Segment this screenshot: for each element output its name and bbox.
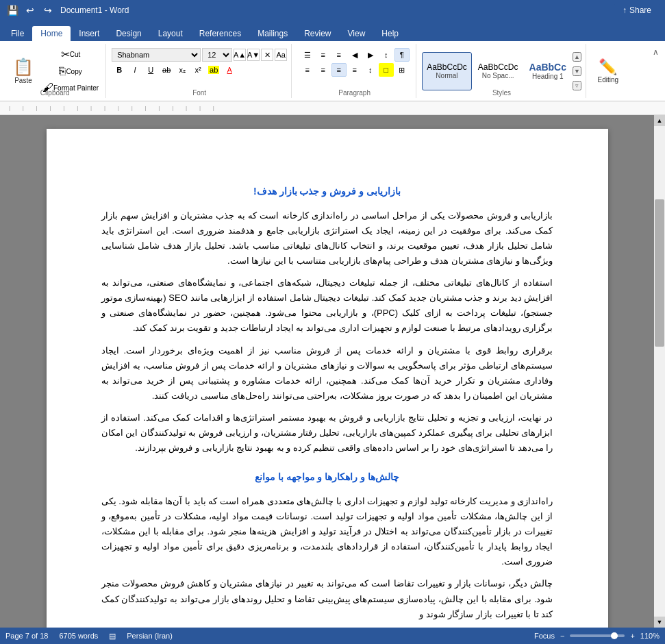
editing-icon: ✏️: [599, 58, 617, 76]
heading-1: بازاریابی و فروش و جذب بازار هدف!: [101, 184, 553, 200]
tab-design[interactable]: Design: [108, 26, 149, 41]
subscript-button[interactable]: x₂: [175, 63, 190, 77]
tab-home[interactable]: Home: [32, 26, 71, 41]
document-page: بازاریابی و فروش و جذب بازار هدف! بازاری…: [47, 129, 608, 628]
style-no-spacing-preview: AaBbCcDc: [478, 62, 518, 72]
language-item[interactable]: Persian (Iran): [127, 632, 173, 640]
align-left-button[interactable]: ≡: [300, 63, 315, 77]
style-no-spacing[interactable]: AaBbCcDc No Spac...: [473, 52, 523, 90]
para-top-row: ☰ ≡ ≡ ◀ ▶ ↕ ¶: [300, 48, 410, 62]
ribbon-top-bar: 💾 ↩ ↪ Document1 - Word ↑ Share: [0, 0, 665, 21]
paragraph-group-label: Paragraph: [338, 89, 371, 97]
styles-more[interactable]: ▿: [573, 81, 581, 90]
multilevel-list-button[interactable]: ≡: [331, 48, 347, 62]
editing-label: Editing: [598, 76, 619, 84]
font-name-row: Shabnam 12 A▲ A▼ ✕ Aa: [112, 48, 287, 62]
tab-review[interactable]: Review: [296, 26, 339, 41]
paste-button[interactable]: 📋 Paste: [8, 51, 38, 92]
ribbon-body: 📋 Paste ✂ Cut ⎘ Copy 🖌 Format Painter Cl…: [0, 41, 665, 101]
copy-button[interactable]: ⎘ Copy: [40, 64, 101, 79]
word-count-label: 6705 words: [59, 632, 98, 640]
zoom-out-icon: −: [560, 632, 564, 640]
paragraph-group: ☰ ≡ ≡ ◀ ▶ ↕ ¶ ≡ ≡ ≡ ≡ ↕ □ ⊞ Paragraph: [293, 44, 416, 98]
cut-icon: ✂: [61, 48, 70, 61]
focus-button[interactable]: Focus: [534, 632, 555, 640]
bold-button[interactable]: B: [112, 63, 127, 77]
change-case-button[interactable]: Aa: [275, 49, 287, 61]
zoom-level: 110%: [640, 632, 660, 640]
tab-help[interactable]: Help: [373, 26, 407, 41]
strikethrough-button[interactable]: ab: [159, 63, 174, 77]
language-label: Persian (Iran): [127, 632, 173, 640]
undo-quick-button[interactable]: ↩: [23, 3, 37, 17]
redo-quick-button[interactable]: ↪: [41, 3, 55, 17]
highlight-icon: ab: [208, 66, 219, 74]
styles-scroll-arrows: ▲ ▼ ▿: [573, 52, 581, 90]
paragraph-1: بازاریابی و فروش محصولات یکی از مراحل اس…: [101, 208, 553, 269]
zoom-slider[interactable]: [570, 634, 625, 637]
text-highlight-button[interactable]: ab: [206, 63, 221, 77]
line-spacing-button[interactable]: ↕: [363, 63, 378, 77]
page-info-label: Page 7 of 18: [5, 632, 48, 640]
underline-button[interactable]: U: [143, 63, 158, 77]
tab-references[interactable]: References: [191, 26, 249, 41]
ribbon-tabs-container: File Home Insert Design Layout Reference…: [0, 21, 665, 41]
document-marker-icon: ▤: [109, 632, 116, 641]
save-quick-button[interactable]: 💾: [5, 3, 19, 17]
font-name-select[interactable]: Shabnam: [112, 48, 201, 62]
scroll-thumb[interactable]: [655, 199, 664, 347]
tab-layout[interactable]: Layout: [150, 26, 191, 41]
font-group: Shabnam 12 A▲ A▼ ✕ Aa B I U ab x₂ x² ab: [108, 44, 292, 98]
tab-mailings[interactable]: Mailings: [249, 26, 296, 41]
clear-format-button[interactable]: ✕: [261, 49, 273, 61]
ruler-marks: | | | | | | | | | | | | | | | |: [3, 105, 214, 111]
styles-scroll-down[interactable]: ▼: [573, 66, 581, 76]
ribbon-collapse-button[interactable]: ∧: [650, 47, 661, 58]
justify-button[interactable]: ≡: [347, 63, 362, 77]
align-center-button[interactable]: ≡: [316, 63, 331, 77]
font-decrease-button[interactable]: A▼: [247, 49, 260, 61]
style-normal-label: Normal: [436, 72, 457, 79]
tab-file[interactable]: File: [3, 26, 32, 41]
window-controls: ↑ Share: [614, 3, 660, 18]
indent-increase-button[interactable]: ▶: [363, 48, 378, 62]
numbering-button[interactable]: ≡: [316, 48, 331, 62]
superscript-button[interactable]: x²: [190, 63, 205, 77]
sort-button[interactable]: ↕: [379, 48, 394, 62]
cut-button[interactable]: ✂ Cut: [40, 47, 101, 62]
style-normal-preview: AaBbCcDc: [427, 62, 467, 72]
scroll-down-arrow[interactable]: ▼: [654, 617, 665, 628]
tab-view[interactable]: View: [340, 26, 374, 41]
share-icon: ↑: [623, 5, 627, 15]
status-bar: Page 7 of 18 6705 words ▤ Persian (Iran)…: [0, 628, 665, 644]
align-right-button[interactable]: ≡: [331, 63, 347, 77]
scroll-up-arrow[interactable]: ▲: [654, 115, 665, 126]
tab-insert[interactable]: Insert: [71, 26, 108, 41]
show-hide-button[interactable]: ¶: [394, 48, 410, 62]
status-right: Focus − + 110%: [534, 632, 660, 640]
borders-button[interactable]: ⊞: [394, 63, 410, 77]
style-heading1[interactable]: AaBbCc Heading 1: [525, 52, 571, 90]
ribbon-tabs-bar: File Home Insert Design Layout Reference…: [0, 21, 665, 41]
styles-scroll-up[interactable]: ▲: [573, 52, 581, 62]
styles-group-label: Styles: [492, 89, 511, 97]
styles-group: AaBbCcDc Normal AaBbCcDc No Spac... AaBb…: [418, 44, 586, 98]
shading-button[interactable]: □: [379, 63, 394, 77]
zoom-in-icon: +: [630, 632, 634, 640]
share-button[interactable]: ↑ Share: [614, 3, 660, 18]
document-title: Document1 - Word: [60, 5, 129, 15]
font-color-button[interactable]: A: [222, 63, 237, 77]
style-normal[interactable]: AaBbCcDc Normal: [422, 52, 472, 90]
italic-button[interactable]: I: [127, 63, 142, 77]
bullets-button[interactable]: ☰: [300, 48, 315, 62]
heading-2: چالش‌ها و راهکارها و مواجهه با موانع: [101, 469, 553, 486]
font-size-select[interactable]: 12: [202, 48, 232, 62]
page-info: Page 7 of 18: [5, 632, 48, 640]
indent-decrease-button[interactable]: ◀: [347, 48, 362, 62]
document-content: بازاریابی و فروش و جذب بازار هدف! بازاری…: [101, 184, 553, 622]
font-increase-button[interactable]: A▲: [234, 49, 246, 61]
para-align-row: ≡ ≡ ≡ ≡ ↕ □ ⊞: [300, 63, 410, 77]
clipboard-group: 📋 Paste ✂ Cut ⎘ Copy 🖌 Format Painter Cl…: [4, 44, 106, 98]
zoom-thumb[interactable]: [611, 632, 618, 639]
style-heading1-preview: AaBbCc: [529, 62, 566, 73]
